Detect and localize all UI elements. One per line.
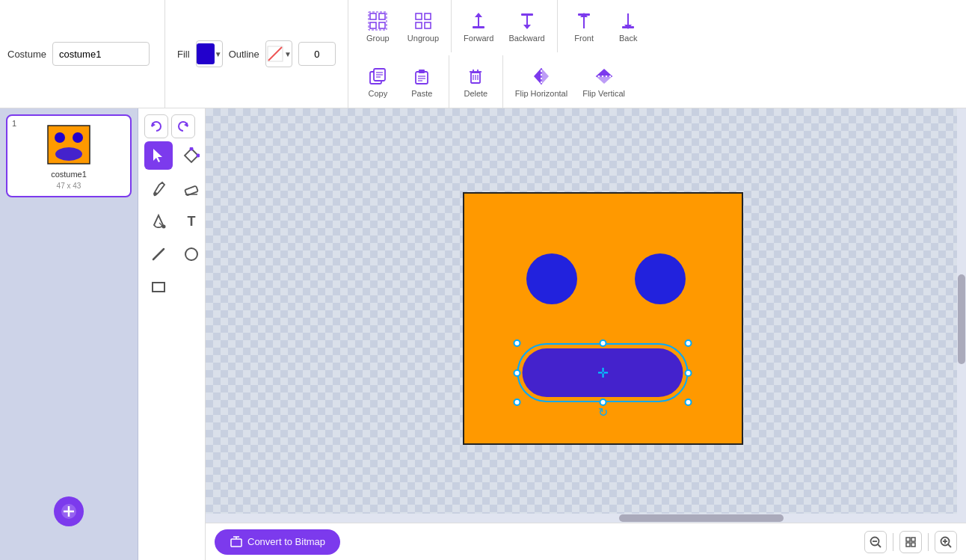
eraser-tool-button[interactable] [177, 174, 206, 203]
group-label: Group [366, 34, 390, 43]
move-icon: ✛ [597, 365, 609, 381]
select-tool-button[interactable] [144, 141, 173, 170]
rectangle-tool-button[interactable] [144, 273, 173, 301]
copy-button[interactable]: Copy [357, 63, 399, 101]
svg-line-64 [153, 249, 164, 259]
svg-marker-44 [597, 77, 612, 84]
backward-button[interactable]: Backward [502, 7, 550, 46]
outline-label: Outline [229, 49, 259, 60]
tools-panel: T [138, 108, 206, 560]
handle-tr[interactable] [685, 339, 692, 347]
paste-button[interactable]: Paste [402, 63, 443, 101]
svg-point-59 [154, 192, 157, 195]
horizontal-scrollbar[interactable] [206, 514, 957, 523]
flip-vertical-icon [594, 66, 615, 87]
text-tool-label: T [188, 214, 196, 230]
undo-button[interactable] [144, 114, 168, 138]
forward-button[interactable]: Forward [458, 7, 499, 46]
circle-tool-button[interactable] [177, 240, 206, 268]
svg-point-49 [55, 147, 82, 161]
outline-slash-icon [266, 45, 284, 63]
costume-label: Costume [7, 49, 46, 60]
checkered-canvas: ✛ [206, 108, 966, 523]
copy-icon [367, 66, 388, 87]
main-content: 1 costume1 47 x 43 [0, 108, 966, 560]
svg-marker-56 [185, 149, 198, 162]
svg-rect-66 [153, 283, 164, 292]
handle-bl[interactable] [514, 399, 521, 406]
costume-size-label: 47 x 43 [57, 182, 81, 190]
outline-color-swatch[interactable]: ▼ [265, 40, 292, 67]
ungroup-button[interactable]: Ungroup [402, 7, 445, 46]
vertical-scrollbar-thumb[interactable] [958, 274, 965, 364]
reshape-tool-button[interactable] [177, 141, 206, 170]
mouth-shape: ✛ [523, 348, 683, 397]
backward-icon [517, 10, 538, 31]
add-costume-button[interactable] [54, 496, 84, 526]
fill-dropdown-arrow: ▼ [215, 50, 222, 58]
flip-vertical-label: Flip Vertical [582, 89, 625, 98]
toolbar-separator-3 [449, 55, 449, 108]
front-button[interactable]: Front [564, 7, 605, 46]
delete-button[interactable]: Delete [455, 63, 496, 101]
svg-rect-4 [370, 22, 376, 28]
svg-rect-16 [521, 13, 533, 16]
svg-rect-3 [379, 13, 385, 19]
costume-thumbnail-1[interactable]: 1 costume1 47 x 43 [6, 114, 132, 197]
svg-rect-6 [369, 12, 387, 30]
forward-label: Forward [464, 34, 493, 43]
zoom-in-button[interactable] [935, 531, 957, 553]
handle-br[interactable] [685, 399, 692, 406]
outline-size-input[interactable] [298, 42, 336, 66]
zoom-out-button[interactable] [864, 531, 887, 553]
front-label: Front [574, 34, 594, 43]
svg-marker-40 [534, 69, 541, 84]
fill-color-swatch[interactable]: ▼ [196, 40, 223, 67]
back-button[interactable]: Back [608, 7, 649, 46]
handle-tl[interactable] [514, 339, 521, 347]
convert-to-bitmap-button[interactable]: Convert to Bitmap [215, 529, 340, 555]
back-label: Back [619, 34, 637, 43]
paste-label: Paste [411, 89, 432, 98]
svg-line-72 [878, 544, 881, 547]
line-tool-button[interactable] [144, 240, 173, 268]
svg-point-48 [73, 132, 83, 143]
toolbar: Costume Fill ▼ Outline ▼ Grou [0, 0, 966, 108]
flip-vertical-button[interactable]: Flip Vertical [576, 63, 631, 101]
zoom-fit-icon [904, 535, 917, 549]
svg-line-1 [268, 47, 282, 61]
vertical-scrollbar[interactable] [957, 108, 966, 523]
flip-horizontal-icon [531, 66, 552, 87]
costumes-panel: 1 costume1 47 x 43 [0, 108, 138, 560]
fill-tool-button[interactable] [144, 207, 173, 236]
handle-tc[interactable] [599, 339, 606, 347]
zoom-fit-button[interactable] [899, 531, 922, 553]
sprite-eye-left [526, 253, 577, 304]
back-icon [618, 10, 639, 31]
svg-rect-7 [416, 13, 422, 19]
costume-number: 1 [12, 119, 16, 128]
zoom-in-icon [939, 535, 953, 549]
sprite-face: ✛ [463, 192, 743, 445]
svg-marker-41 [542, 69, 549, 84]
ungroup-icon [413, 10, 434, 31]
rotate-handle[interactable]: ↻ [598, 405, 608, 419]
brush-tool-button[interactable] [144, 174, 173, 203]
redo-button[interactable] [171, 114, 195, 138]
svg-point-47 [55, 132, 65, 143]
bottom-bar: Convert to Bitmap [206, 523, 966, 560]
costume-name-input[interactable] [52, 42, 150, 66]
handle-ml[interactable] [514, 369, 521, 377]
svg-point-65 [185, 248, 197, 260]
horizontal-scrollbar-thumb[interactable] [619, 514, 784, 522]
front-icon [573, 10, 594, 31]
handle-mr[interactable] [685, 369, 692, 377]
flip-horizontal-label: Flip Horizontal [515, 89, 567, 98]
delete-icon [465, 66, 486, 87]
text-tool-button[interactable]: T [177, 207, 206, 236]
fill-section: Fill ▼ Outline ▼ [165, 0, 348, 108]
delete-label: Delete [464, 89, 487, 98]
group-button[interactable]: Group [357, 7, 399, 46]
canvas-container[interactable]: ✛ [206, 108, 966, 523]
flip-horizontal-button[interactable]: Flip Horizontal [509, 63, 573, 101]
